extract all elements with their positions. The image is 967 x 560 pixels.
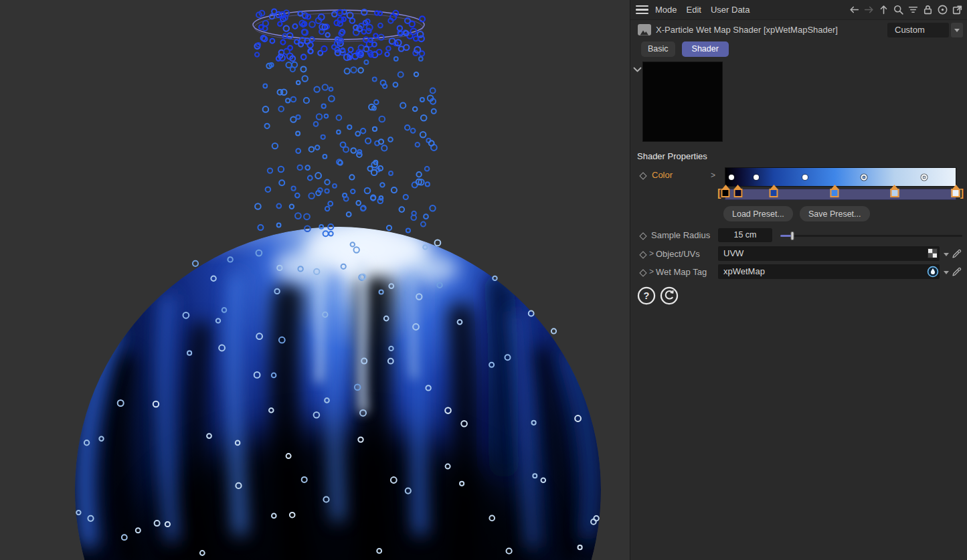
- tab-bar: Basic Shader: [641, 41, 729, 57]
- gradient-knot[interactable]: [952, 185, 960, 197]
- help-icon[interactable]: ?: [637, 286, 656, 305]
- hamburger-icon[interactable]: [636, 5, 648, 15]
- gradient-knot[interactable]: [830, 185, 839, 197]
- keyframe-diamond-icon[interactable]: [639, 232, 646, 240]
- menu-user-data[interactable]: User Data: [711, 5, 750, 15]
- menu-mode[interactable]: Mode: [655, 5, 677, 15]
- shader-preview[interactable]: [642, 62, 723, 142]
- menu-edit[interactable]: Edit: [687, 5, 701, 15]
- color-gradient-bar[interactable]: [725, 167, 956, 187]
- keyframe-diamond-icon[interactable]: [639, 251, 646, 258]
- reset-icon[interactable]: [660, 286, 679, 305]
- up-arrow-icon[interactable]: [877, 3, 890, 16]
- sample-radius-input[interactable]: 15 cm: [718, 228, 772, 242]
- gradient-knot[interactable]: [890, 185, 899, 197]
- expand-chevron-icon[interactable]: >: [649, 249, 654, 258]
- load-preset-button[interactable]: Load Preset...: [723, 206, 793, 221]
- gradient-editor: [ ]: [725, 167, 956, 200]
- section-heading: Shader Properties: [637, 151, 707, 161]
- wetmap-droplet-icon[interactable]: [927, 266, 939, 280]
- slider-handle[interactable]: [790, 231, 794, 240]
- gradient-bias-dot[interactable]: [802, 175, 808, 180]
- gradient-knot[interactable]: [733, 185, 742, 197]
- object-uvs-row: > Object/UVs UVW: [630, 247, 967, 262]
- gradient-knot[interactable]: [770, 185, 778, 197]
- expand-chevron-icon[interactable]: >: [711, 171, 715, 180]
- preset-dropdown-button[interactable]: [951, 23, 963, 37]
- collapse-chevron-icon[interactable]: [633, 65, 642, 75]
- object-uvs-field[interactable]: UVW: [718, 246, 940, 261]
- attribute-panel: Mode Edit User Data: [630, 0, 967, 560]
- sample-radius-slider[interactable]: [780, 235, 962, 237]
- chevron-down-icon: [954, 29, 960, 32]
- save-preset-button[interactable]: Save Preset...: [800, 206, 870, 221]
- chevron-down-icon[interactable]: [944, 253, 949, 256]
- gradient-bias-dot[interactable]: [729, 175, 734, 180]
- object-title-row: X-Particle Wet Map Shader [xpWetMapShade…: [630, 23, 967, 39]
- lock-icon[interactable]: [921, 3, 934, 16]
- color-row: Color > [ ]: [630, 169, 967, 203]
- tab-shader[interactable]: Shader: [682, 41, 729, 57]
- sample-radius-row: Sample Radius 15 cm: [630, 228, 967, 243]
- tab-basic[interactable]: Basic: [641, 41, 675, 57]
- checkerboard-icon[interactable]: [928, 248, 938, 260]
- gradient-bias-dot[interactable]: [921, 174, 928, 180]
- page-title: X-Particle Wet Map Shader [xpWetMapShade…: [656, 25, 838, 35]
- wet-map-tag-label: Wet Map Tag: [656, 267, 707, 277]
- object-uvs-label: Object/UVs: [656, 249, 700, 259]
- preset-dropdown[interactable]: Custom: [887, 23, 949, 37]
- target-icon[interactable]: [936, 3, 949, 16]
- application-window: Mode Edit User Data: [0, 0, 967, 560]
- gradient-knot[interactable]: [721, 185, 730, 197]
- chevron-down-icon[interactable]: [944, 271, 949, 274]
- svg-text:?: ?: [644, 290, 650, 301]
- wet-map-tag-row: > Wet Map Tag xpWetMap: [630, 265, 967, 280]
- gradient-knot-bar[interactable]: [ ]: [725, 189, 956, 200]
- gradient-bracket-right: ]: [960, 187, 964, 199]
- keyframe-diamond-icon[interactable]: [639, 172, 646, 179]
- expand-chevron-icon[interactable]: >: [649, 267, 654, 276]
- filter-icon[interactable]: [907, 3, 919, 16]
- eyedropper-icon[interactable]: [952, 248, 962, 261]
- search-icon[interactable]: [892, 3, 905, 16]
- eyedropper-icon[interactable]: [952, 266, 962, 279]
- gradient-bias-dot[interactable]: [861, 174, 867, 180]
- shader-thumbnail-icon: [638, 24, 651, 35]
- viewport-3d[interactable]: [0, 0, 630, 560]
- forward-arrow-icon[interactable]: [863, 3, 875, 16]
- sample-radius-label: Sample Radius: [651, 230, 710, 240]
- color-label[interactable]: Color: [652, 170, 673, 180]
- preset-buttons-row: Load Preset... Save Preset...: [630, 206, 967, 221]
- back-arrow-icon[interactable]: [848, 3, 861, 16]
- panel-toolbar: [848, 3, 964, 16]
- external-link-icon[interactable]: [951, 3, 964, 16]
- wet-map-tag-field[interactable]: xpWetMap: [718, 264, 940, 279]
- attribute-menubar: Mode Edit User Data: [630, 0, 967, 20]
- keyframe-diamond-icon[interactable]: [639, 269, 646, 276]
- gradient-bias-dot[interactable]: [754, 175, 759, 180]
